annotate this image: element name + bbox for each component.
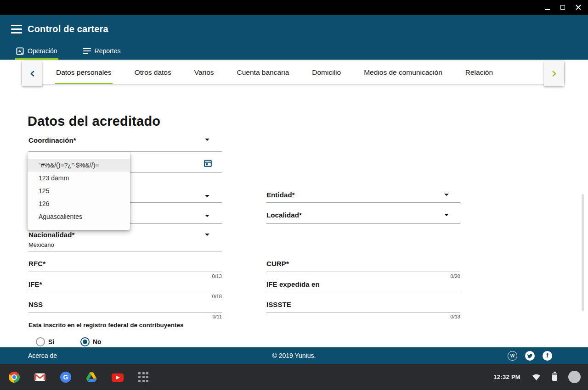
rfc-label: RFC* — [28, 260, 45, 267]
nss-counter: 0/11 — [28, 314, 222, 319]
issste-input[interactable] — [266, 312, 460, 312]
footer-social-icons: W f — [508, 347, 552, 364]
nacionalidad-value: Mexicano — [28, 241, 54, 248]
status-tray[interactable]: 12:32 PM — [493, 364, 581, 390]
tab-varios[interactable]: Varios — [193, 61, 215, 84]
coordinacion-label: Coordinación* — [28, 136, 76, 144]
dropdown-option[interactable]: Aguascalientes — [28, 210, 130, 223]
radio-no-label: No — [93, 338, 102, 345]
entidad-select[interactable] — [266, 202, 460, 203]
nav-tab-label: Reportes — [95, 47, 121, 55]
curp-counter: 0/20 — [266, 273, 460, 279]
ife-expedida-label: IFE expedida en — [266, 280, 320, 288]
window-titlebar — [0, 0, 588, 15]
google-icon[interactable]: G — [60, 372, 71, 383]
nav-tab-label: Operación — [28, 47, 57, 55]
rfc-counter: 0/13 — [28, 273, 222, 279]
wifi-icon[interactable] — [531, 372, 541, 382]
calendar-icon[interactable] — [204, 159, 212, 167]
ife-counter: 0/18 — [28, 294, 222, 299]
entidad-label: Entidad* — [266, 191, 295, 199]
scrollbar-thumb[interactable] — [582, 194, 584, 311]
localidad-label: Localidad* — [266, 211, 302, 219]
curp-input[interactable] — [266, 272, 460, 272]
app-title: Control de cartera — [28, 24, 108, 34]
maximize-icon — [560, 5, 565, 10]
tabs-next-button[interactable] — [544, 61, 564, 86]
tabs-prev-button[interactable] — [22, 61, 42, 86]
radio-si-label: Si — [48, 338, 54, 345]
app-footer: Acerca de © 2019 Yunius. W f — [0, 347, 588, 364]
radio-si[interactable] — [36, 337, 45, 346]
dropdown-option[interactable]: 123 damm — [28, 172, 130, 184]
battery-icon[interactable] — [552, 373, 557, 381]
nacionalidad-label: Nacionalidad* — [28, 231, 75, 239]
radio-no[interactable] — [80, 337, 90, 346]
menu-button[interactable] — [11, 25, 22, 33]
coordinacion-dropdown-menu: “#%&/()=?¿”·$%&//)= 123 damm 125 126 Agu… — [28, 152, 130, 230]
taskbar-apps: G — [9, 364, 148, 390]
wordpress-icon[interactable]: W — [508, 351, 517, 361]
chevron-right-icon — [551, 71, 557, 77]
tab-otros-datos[interactable]: Otros datos — [134, 61, 172, 84]
nav-tab-operacion[interactable]: Operación — [15, 42, 58, 60]
nss-label: NSS — [28, 301, 43, 308]
operation-icon — [16, 47, 24, 55]
ife-label: IFE* — [28, 280, 42, 288]
curp-label: CURP* — [266, 260, 289, 267]
reports-icon — [83, 48, 91, 54]
gmail-icon[interactable] — [34, 372, 45, 383]
taskbar: G 12:32 PM — [0, 364, 588, 390]
clock[interactable]: 12:32 PM — [493, 373, 520, 380]
issste-counter: 0/13 — [266, 314, 460, 319]
coordinacion-dropdown-arrow-icon[interactable] — [205, 139, 209, 141]
entidad-dropdown-arrow-icon[interactable] — [444, 194, 449, 196]
dropdown-option[interactable]: 125 — [28, 184, 130, 197]
tab-relacion[interactable]: Relación — [464, 61, 494, 84]
nacionalidad-select[interactable] — [28, 251, 222, 251]
minimize-icon — [545, 9, 550, 10]
chevron-left-icon — [29, 71, 35, 77]
hidden-select-arrow-icon[interactable] — [205, 215, 209, 217]
nacionalidad-dropdown-arrow-icon[interactable] — [205, 234, 209, 236]
tab-medios-comunicacion[interactable]: Medios de comunicación — [363, 61, 443, 84]
youtube-icon[interactable] — [112, 373, 124, 382]
window-controls — [542, 0, 583, 15]
facebook-icon[interactable]: f — [543, 351, 552, 361]
hidden-select-arrow-icon[interactable] — [205, 195, 209, 197]
minimize-button[interactable] — [542, 2, 552, 12]
section-tabbar: Datos personales Otros datos Varios Cuen… — [22, 61, 564, 84]
rfc-input[interactable] — [28, 272, 222, 272]
hamburger-icon — [11, 25, 22, 26]
maximize-button[interactable] — [558, 2, 568, 12]
tab-cuenta-bancaria[interactable]: Cuenta bancaria — [236, 61, 290, 84]
registro-question: Esta inscrito en el registro federal de … — [28, 322, 184, 329]
screen: Control de cartera Operación Reportes — [0, 0, 588, 390]
drive-icon[interactable] — [86, 372, 97, 383]
app-launcher-icon[interactable] — [138, 372, 148, 382]
dropdown-option[interactable]: 126 — [28, 197, 130, 210]
copyright-text: © 2019 Yunius. — [0, 352, 588, 359]
coordinacion-select[interactable] — [28, 151, 222, 152]
ife-input[interactable] — [28, 292, 222, 292]
tab-domicilio[interactable]: Domicilio — [311, 61, 342, 84]
issste-label: ISSSTE — [266, 301, 291, 308]
nss-input[interactable] — [28, 312, 222, 312]
twitter-icon[interactable] — [525, 351, 535, 361]
close-button[interactable] — [573, 2, 583, 12]
tab-datos-personales[interactable]: Datos personales — [55, 61, 113, 84]
section-tabs: Datos personales Otros datos Varios Cuen… — [42, 61, 544, 84]
close-icon — [576, 5, 581, 10]
app-header: Control de cartera Operación Reportes — [0, 15, 588, 60]
page-title: Datos del acreditado — [28, 114, 160, 129]
localidad-select[interactable] — [266, 223, 460, 224]
chrome-icon[interactable] — [9, 372, 20, 383]
nav-tab-reportes[interactable]: Reportes — [82, 42, 122, 60]
ife-expedida-input[interactable] — [266, 292, 460, 292]
account-avatar[interactable] — [568, 371, 581, 383]
dropdown-option[interactable]: “#%&/()=?¿”·$%&//)= — [28, 159, 130, 172]
localidad-dropdown-arrow-icon[interactable] — [444, 214, 449, 216]
app-nav: Operación Reportes — [15, 42, 121, 60]
